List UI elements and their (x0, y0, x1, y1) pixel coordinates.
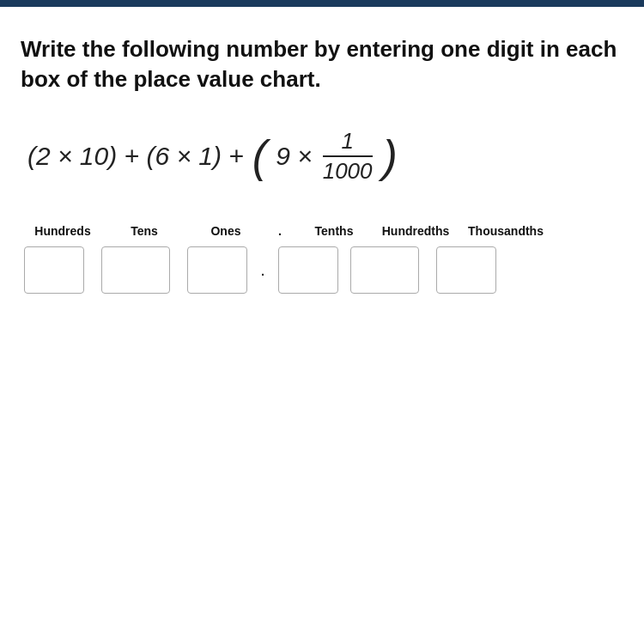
place-value-section: Hundreds Tens Ones . Tenths Hundredths T… (21, 224, 623, 294)
open-paren: ( (252, 134, 267, 179)
equation-part1: (2 × 10) + (6 × 1) + (27, 142, 244, 171)
decimal-dot: . (247, 260, 278, 280)
main-content: Write the following number by entering o… (0, 7, 644, 294)
label-tens: Tens (101, 224, 187, 238)
equation: (2 × 10) + (6 × 1) + ( 9 × 1 1000 ) (27, 129, 623, 183)
input-ones[interactable] (187, 246, 247, 294)
label-ones: Ones (187, 224, 264, 238)
fraction-line (323, 155, 373, 157)
place-value-inputs: . (21, 246, 623, 294)
input-tens[interactable] (101, 246, 170, 294)
label-thousandths: Thousandths (459, 224, 553, 238)
label-hundredths: Hundredths (373, 224, 459, 238)
input-tenths[interactable] (278, 246, 338, 294)
label-tenths: Tenths (295, 224, 373, 238)
label-dot: . (264, 224, 295, 238)
close-paren: ) (383, 134, 398, 179)
fraction-numerator: 1 (341, 129, 353, 154)
fraction: 1 1000 (323, 129, 373, 183)
equation-inner-left: 9 × (276, 142, 313, 171)
equation-area: (2 × 10) + (6 × 1) + ( 9 × 1 1000 ) (21, 129, 623, 183)
input-hundreds[interactable] (24, 246, 84, 294)
fraction-denominator: 1000 (323, 159, 373, 184)
instruction-text: Write the following number by entering o… (21, 34, 623, 94)
top-bar (0, 0, 644, 7)
input-thousandths[interactable] (436, 246, 496, 294)
input-hundredths[interactable] (350, 246, 419, 294)
label-hundreds: Hundreds (24, 224, 101, 238)
place-value-labels: Hundreds Tens Ones . Tenths Hundredths T… (21, 224, 623, 238)
